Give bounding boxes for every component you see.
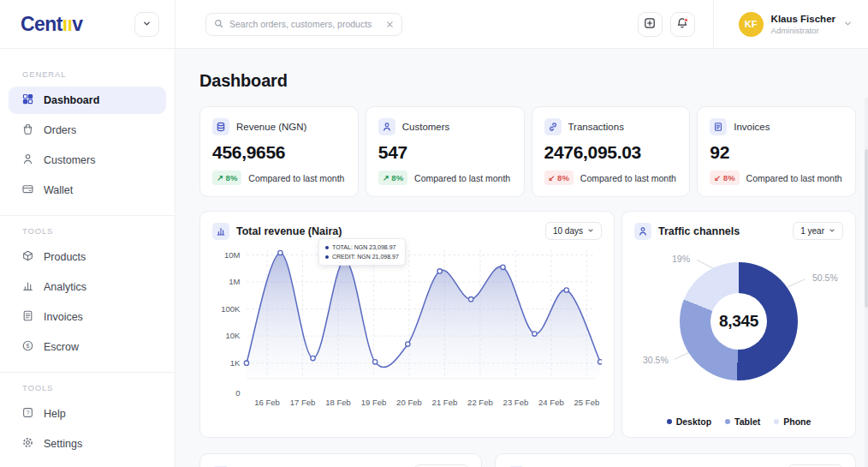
stat-card-revenue: Revenue (NGN) 456,9656 ↗ 8% Compared to … xyxy=(199,106,359,197)
user-info: Klaus Fischer Administrator xyxy=(771,14,835,35)
svg-text:$: $ xyxy=(27,343,30,349)
donut-callout-tablet: 30.5% xyxy=(643,355,669,365)
sidebar-divider xyxy=(0,215,175,216)
person-icon xyxy=(378,118,395,135)
sidebar-item-help[interactable]: ? Help xyxy=(9,400,166,428)
user-name: Klaus Fischer xyxy=(771,14,835,24)
traffic-range-dropdown[interactable]: 1 year xyxy=(793,222,843,240)
search-input-container[interactable] xyxy=(205,13,402,36)
sidebar-item-label: Wallet xyxy=(44,184,73,196)
bottom-row: Best selling products See more Latest or… xyxy=(199,453,856,467)
sidebar-item-settings[interactable]: Settings xyxy=(9,430,166,458)
best-selling-products-card: Best selling products See more xyxy=(199,453,482,467)
sidebar-item-label: Analytics xyxy=(44,281,86,293)
sidebar-item-invoices[interactable]: Invoices xyxy=(9,303,166,331)
sidebar-item-dashboard[interactable]: Dashboard xyxy=(9,87,166,114)
donut-chart[interactable]: 8,345 xyxy=(680,262,798,380)
svg-text:24 Feb: 24 Feb xyxy=(538,398,564,407)
stat-label: Invoices xyxy=(734,122,770,132)
chevron-down-icon xyxy=(843,16,853,32)
callout-line xyxy=(788,279,806,288)
chart-tooltip: TOTAL: NGN 23,098.97 CREDIT: NGN 21,098.… xyxy=(318,238,406,266)
range-label: 1 year xyxy=(800,226,824,236)
stat-value: 92 xyxy=(710,142,843,163)
search-zone xyxy=(175,0,402,48)
brand-area: Centııv xyxy=(0,0,175,48)
scrollbar-track[interactable] xyxy=(865,98,868,467)
svg-text:17 Feb: 17 Feb xyxy=(290,398,316,407)
trend-arrow-icon: ↙ xyxy=(549,173,556,183)
sidebar-section-general: GENERAL xyxy=(22,69,152,79)
coins-icon xyxy=(212,118,229,135)
svg-text:100K: 100K xyxy=(221,304,241,314)
logo-text: Cent xyxy=(21,13,62,35)
sidebar-item-analytics[interactable]: Analytics xyxy=(9,273,166,301)
latest-orders-card: Latest orders See more xyxy=(495,453,856,467)
sidebar: GENERAL Dashboard Orders Customers Walle… xyxy=(0,49,175,467)
tooltip-dot xyxy=(325,255,329,259)
sidebar-item-label: Help xyxy=(44,408,66,420)
revenue-chart-card: Total revenue (Naira) 10 days TOTAL: NGN… xyxy=(199,211,615,438)
sidebar-item-escrow[interactable]: $ Escrow xyxy=(9,333,166,361)
quick-add-button[interactable] xyxy=(638,12,663,37)
topbar-actions: KF Klaus Fischer Administrator xyxy=(638,0,868,48)
stat-note: Compared to last month xyxy=(746,173,842,183)
trend-badge: ↗ 8% xyxy=(378,171,407,185)
svg-text:20 Feb: 20 Feb xyxy=(396,398,422,407)
stat-card-invoices: Invoices 92 ↙ 8% Compared to last month xyxy=(697,106,856,197)
donut-legend: DesktopTabletPhone xyxy=(622,416,855,427)
trend-pct: 8% xyxy=(557,173,569,183)
invoice-icon xyxy=(710,118,727,135)
sidebar-item-label: Orders xyxy=(44,124,76,136)
svg-text:19 Feb: 19 Feb xyxy=(361,398,387,407)
notifications-button[interactable] xyxy=(670,12,695,37)
legend-dot xyxy=(667,419,672,424)
page-title: Dashboard xyxy=(199,71,856,91)
person-icon xyxy=(21,153,34,168)
svg-text:21 Feb: 21 Feb xyxy=(432,398,458,407)
main-content: Dashboard Revenue (NGN) 456,9656 ↗ 8% Co… xyxy=(175,49,868,467)
donut-chart-area: 19% 50.5% 30.5% 8,345 xyxy=(634,242,843,413)
logo-suffix-text: v xyxy=(72,13,82,35)
clear-search-icon[interactable] xyxy=(386,16,394,32)
person-icon xyxy=(634,223,651,240)
donut-callout-phone: 19% xyxy=(672,254,690,264)
search-input[interactable] xyxy=(229,19,380,29)
svg-text:?: ? xyxy=(26,409,29,416)
donut-center-value: 8,345 xyxy=(710,293,767,350)
shopping-bag-icon xyxy=(21,123,34,138)
sidebar-collapse-button[interactable] xyxy=(134,12,159,37)
dashboard-grid-icon xyxy=(21,93,34,108)
legend-item-tablet: Tablet xyxy=(725,416,760,427)
callout-line xyxy=(697,260,714,269)
revenue-range-dropdown[interactable]: 10 days xyxy=(545,222,602,240)
stat-note: Compared to last month xyxy=(580,173,676,183)
bar-chart-icon xyxy=(21,279,34,295)
range-label: 10 days xyxy=(553,226,583,236)
stat-value: 2476,095.03 xyxy=(544,142,678,163)
wallet-icon xyxy=(21,183,34,198)
trend-arrow-icon: ↗ xyxy=(383,173,389,183)
legend-label: Tablet xyxy=(734,416,760,427)
sidebar-item-label: Customers xyxy=(44,154,95,166)
revenue-line-chart[interactable]: 16 Feb17 Feb18 Feb19 Feb20 Feb21 Feb22 F… xyxy=(212,245,602,413)
avatar: KF xyxy=(739,12,764,37)
sidebar-item-wallet[interactable]: Wallet xyxy=(9,177,166,204)
legend-dot xyxy=(774,419,779,424)
escrow-dollar-icon: $ xyxy=(21,339,34,355)
sidebar-item-products[interactable]: Products xyxy=(9,243,166,271)
sidebar-item-label: Escrow xyxy=(44,341,79,353)
scrollbar-thumb[interactable] xyxy=(865,149,868,308)
sidebar-divider xyxy=(0,372,175,373)
user-menu[interactable]: KF Klaus Fischer Administrator xyxy=(722,12,868,37)
sidebar-item-customers[interactable]: Customers xyxy=(9,147,166,174)
trend-badge: ↗ 8% xyxy=(212,171,241,185)
stat-note: Compared to last month xyxy=(414,173,510,183)
stat-label: Transactions xyxy=(568,122,624,132)
chevron-down-icon xyxy=(829,226,835,236)
legend-item-phone: Phone xyxy=(774,416,811,427)
tooltip-line-credit: CREDIT: NGN 21,098.97 xyxy=(332,252,399,261)
link-icon xyxy=(544,118,562,135)
sidebar-item-orders[interactable]: Orders xyxy=(9,117,166,144)
stat-value: 456,9656 xyxy=(212,142,346,163)
